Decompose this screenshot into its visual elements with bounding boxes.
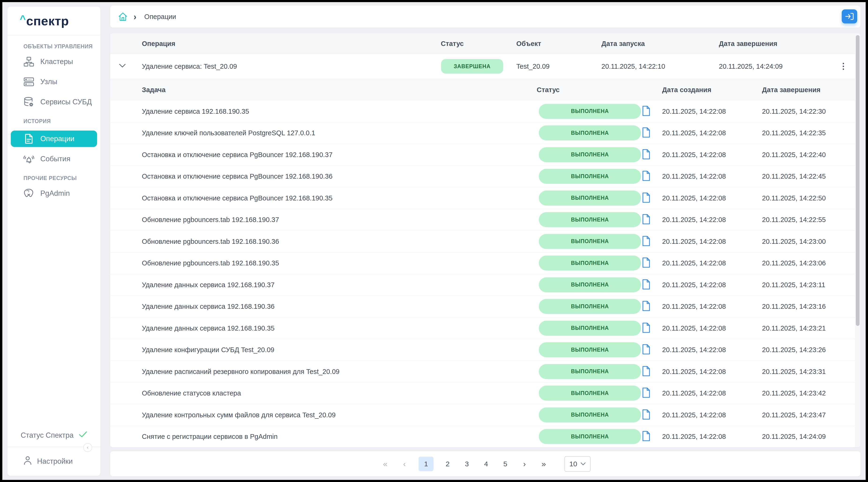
task-log-file-icon[interactable] [642,344,651,356]
task-name: Удаление расписаний резервного копирован… [142,367,340,375]
page-button-2[interactable]: 2 [442,457,453,471]
prev-page-button[interactable]: ‹ [399,457,410,471]
task-status-badge: ВЫПОЛНЕНА [539,147,641,162]
task-log-file-icon[interactable] [642,300,651,312]
sidebar: ^ спектр ОБЪЕКТЫ УПРАВЛЕНИЯ Кластеры [7,6,100,476]
table-row: Удаление данных сервиса 192.168.190.36 В… [110,296,861,317]
table-row: Удаление данных сервиса 192.168.190.35 В… [110,317,861,339]
task-log-file-icon[interactable] [642,409,651,421]
task-status-badge: ВЫПОЛНЕНА [539,364,641,379]
task-created-date: 20.11.2025, 14:22:08 [662,281,726,289]
task-finished-date: 20.11.2025, 14:23:31 [762,367,826,375]
task-log-file-icon[interactable] [642,192,651,204]
task-finished-date: 20.11.2025, 14:23:06 [762,259,826,267]
task-finished-date: 20.11.2025, 14:23:11 [762,281,825,289]
task-log-file-icon[interactable] [642,366,651,378]
task-created-date: 20.11.2025, 14:22:08 [662,411,726,419]
task-finished-date: 20.11.2025, 14:22:45 [762,172,826,180]
sidebar-item-pgadmin[interactable]: PgAdmin [11,185,97,202]
sidebar-item-events[interactable]: События [11,151,97,167]
task-log-file-icon[interactable] [642,322,651,334]
sidebar-item-label: События [40,155,70,163]
section-title-history: ИСТОРИЯ [24,118,100,125]
operation-row[interactable]: Удаление сервиса: Test_20.09 ЗАВЕРШЕНА T… [110,54,861,79]
table-row: Удаление конфигурации СУБД Test_20.09 ВЫ… [110,339,861,361]
user-icon [24,456,32,467]
task-log-file-icon[interactable] [642,170,651,182]
table-row: Остановка и отключение сервиса PgBouncer… [110,144,861,165]
logout-button[interactable] [842,9,857,24]
status-badge: ЗАВЕРШЕНА [441,59,503,74]
operations-header-row: Операция Статус Объект Дата запуска Дата… [110,33,861,54]
task-name: Удаление сервиса 192.168.190.35 [142,107,249,115]
page-button-4[interactable]: 4 [481,457,491,471]
table-row: Удаление ключей пользователей PostgreSQL… [110,122,861,144]
tasks-list: Удаление сервиса 192.168.190.35 ВЫПОЛНЕН… [110,101,861,447]
check-icon [79,431,87,440]
first-page-button[interactable]: « [380,457,391,471]
task-log-file-icon[interactable] [642,235,651,247]
page-size-value: 10 [569,460,577,468]
table-row: Остановка и отключение сервиса PgBouncer… [110,187,861,209]
task-finished-date: 20.11.2025, 14:23:00 [762,237,826,245]
breadcrumb: › Операции [110,6,861,28]
table-row: Удаление сервиса 192.168.190.35 ВЫПОЛНЕН… [110,101,861,122]
col-operation: Операция [142,40,175,47]
task-log-file-icon[interactable] [642,257,651,269]
task-created-date: 20.11.2025, 14:22:08 [662,324,726,332]
task-created-date: 20.11.2025, 14:22:08 [662,129,726,137]
task-name: Обновление pgbouncers.tab 192.168.190.37 [142,216,279,224]
task-name: Обновление статусов кластера [142,389,241,397]
sidebar-collapse-button[interactable]: ‹ [83,443,92,452]
sidebar-item-label: Кластеры [40,58,73,66]
task-finished-date: 20.11.2025, 14:22:55 [762,216,826,224]
sidebar-item-nodes[interactable]: Узлы [11,74,97,90]
task-log-file-icon[interactable] [642,214,651,226]
sidebar-item-label: Операции [40,135,74,143]
task-log-file-icon[interactable] [642,279,651,291]
kebab-menu-icon[interactable] [839,62,847,71]
sidebar-item-db-services[interactable]: Сервисы СУБД [11,94,97,110]
operations-doc-icon [24,134,34,144]
last-page-button[interactable]: » [538,457,549,471]
task-log-file-icon[interactable] [642,387,651,399]
task-log-file-icon[interactable] [642,431,651,442]
scrollbar-thumb[interactable] [856,35,860,326]
operation-start-date: 20.11.2025, 14:22:10 [601,63,665,70]
task-created-date: 20.11.2025, 14:22:08 [662,433,726,441]
chevron-down-icon[interactable] [119,64,127,69]
table-row: Обновление pgbouncers.tab 192.168.190.37… [110,209,861,231]
task-finished-date: 20.11.2025, 14:22:50 [762,194,826,202]
task-log-file-icon[interactable] [642,105,651,117]
table-row: Обновление статусов кластера ВЫПОЛНЕНА 2… [110,382,861,404]
page-button-1[interactable]: 1 [418,457,434,471]
col-start-date: Дата запуска [601,40,645,47]
task-created-date: 20.11.2025, 14:22:08 [662,237,726,245]
page-size-select[interactable]: 10 [564,456,591,472]
next-page-button[interactable]: › [519,457,530,471]
sidebar-item-clusters[interactable]: Кластеры [11,54,97,70]
task-created-date: 20.11.2025, 14:22:08 [662,216,726,224]
task-status-badge: ВЫПОЛНЕНА [539,125,641,140]
pagination-bar: « ‹ 12345 › » 10 [110,451,861,476]
task-name: Остановка и отключение сервиса PgBouncer… [142,172,333,180]
page-button-3[interactable]: 3 [462,457,472,471]
table-row: Удаление данных сервиса 192.168.190.37 В… [110,274,861,296]
task-log-file-icon[interactable] [642,127,651,139]
col-task: Задача [142,86,165,94]
task-finished-date: 20.11.2025, 14:23:47 [762,411,826,419]
task-name: Удаление данных сервиса 192.168.190.35 [142,324,275,332]
scrollbar-track[interactable] [855,33,861,447]
task-name: Остановка и отключение сервиса PgBouncer… [142,151,333,159]
task-finished-date: 20.11.2025, 14:23:21 [762,324,826,332]
tasks-header-row: Задача Статус Дата создания Дата заверше… [110,79,861,101]
task-finished-date: 20.11.2025, 14:24:09 [762,433,826,441]
sidebar-item-operations[interactable]: Операции [11,131,97,147]
task-log-file-icon[interactable] [642,149,651,161]
operation-object: Test_20.09 [516,63,550,70]
col-task-created: Дата создания [662,86,711,94]
task-status-badge: ВЫПОЛНЕНА [539,429,641,444]
home-icon[interactable] [118,12,128,21]
task-status-badge: ВЫПОЛНЕНА [539,256,641,270]
page-button-5[interactable]: 5 [500,457,510,471]
